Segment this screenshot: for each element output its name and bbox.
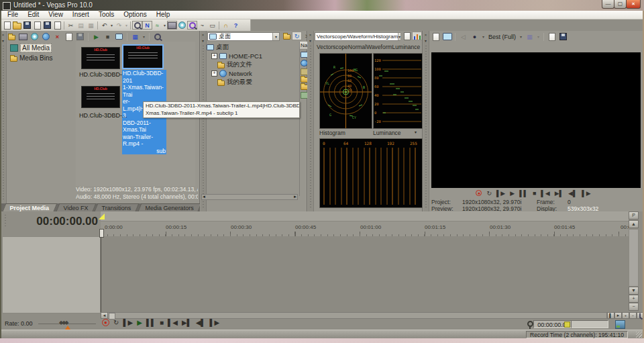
auto-preview-button[interactable] xyxy=(114,32,124,42)
minimize-button[interactable]: — xyxy=(602,0,614,9)
save-snapshot-button[interactable] xyxy=(558,32,568,42)
media-thumbnail-selected[interactable]: HD.Club xyxy=(122,44,164,69)
scope-settings-button[interactable] xyxy=(402,32,412,41)
pin-timeline-button[interactable]: P xyxy=(629,211,639,219)
tab-transitions[interactable]: Transitions xyxy=(95,203,140,211)
play-from-start-button[interactable]: ▌▶ xyxy=(123,319,133,326)
panel-expand-icon[interactable]: ▾ xyxy=(308,38,313,44)
project-video-properties-button[interactable] xyxy=(431,32,441,42)
import-media-button[interactable] xyxy=(42,21,52,30)
previous-frame-button[interactable]: ◀▌ xyxy=(196,319,206,326)
stop-button[interactable]: ■ xyxy=(533,190,536,197)
panel-close-icon[interactable]: × xyxy=(308,32,313,38)
tree-item-all-media[interactable]: All Media xyxy=(7,43,75,53)
preview-stop-button[interactable]: ■ xyxy=(103,32,113,42)
expand-plus-icon[interactable]: + xyxy=(211,70,217,77)
panel-expand-icon[interactable]: ▾ xyxy=(1,38,5,44)
edit-cursor-handle[interactable] xyxy=(99,229,104,238)
pause-button[interactable]: ▌▌ xyxy=(146,319,156,326)
overlays-dropdown[interactable]: ▾ xyxy=(536,34,541,39)
auto-ripple-dropdown[interactable]: ▾ xyxy=(162,23,167,28)
tree-item-favorites[interactable]: 我的最愛 xyxy=(207,78,298,87)
up-folder-button[interactable] xyxy=(282,32,292,41)
expand-plus-icon[interactable]: + xyxy=(211,53,217,59)
go-to-start-button[interactable]: ▌◀ xyxy=(168,319,178,326)
auto-crossfades-button[interactable]: N xyxy=(142,21,152,30)
scroll-right-button[interactable]: ► xyxy=(614,312,622,319)
timeline-time-display[interactable]: 00:00:00.00 xyxy=(9,213,98,230)
go-to-end-button[interactable]: ▶▌ xyxy=(182,319,192,326)
menu-edit[interactable]: Edit xyxy=(23,11,44,19)
zoom-out-vertical-button[interactable]: − xyxy=(629,303,639,311)
play-from-start-button[interactable]: ▌▶ xyxy=(496,190,505,197)
tab-project-media[interactable]: Project Media xyxy=(3,203,57,211)
scopes-grip[interactable]: × ▾ xyxy=(308,31,314,211)
split-screen-view-button[interactable]: ● xyxy=(470,32,480,42)
views-button[interactable]: ▦ xyxy=(130,32,140,42)
rate-slider-handle[interactable]: ◆◆◆ xyxy=(59,320,67,326)
overlays-button[interactable]: ▦ xyxy=(525,32,535,42)
next-frame-button[interactable]: ▌▶ xyxy=(582,190,590,197)
resize-grip[interactable] xyxy=(636,332,642,338)
views-dropdown[interactable]: ▾ xyxy=(142,34,146,39)
redo-dropdown[interactable]: ▾ xyxy=(124,23,129,28)
tree-item-home-pc1[interactable]: + HOME-PC1 xyxy=(207,52,298,60)
split-view-dropdown[interactable]: ▾ xyxy=(481,34,486,39)
tab-waveform[interactable]: Waveform xyxy=(366,44,392,50)
loop-playback-button[interactable]: ↻ xyxy=(113,319,119,326)
open-project-button[interactable] xyxy=(12,21,22,30)
menu-tools[interactable]: Tools xyxy=(94,11,119,19)
tree-item-my-documents[interactable]: 我的文件 xyxy=(207,60,298,69)
lock-envelopes-button[interactable] xyxy=(167,21,177,30)
tree-item-network[interactable]: + Network xyxy=(207,69,298,78)
scroll-right-icon[interactable]: ► xyxy=(293,195,297,199)
clip-label[interactable]: HD.Club-3DBD-... xyxy=(79,112,127,119)
panel-expand-icon[interactable]: ▾ xyxy=(201,38,205,44)
whats-this-help-button[interactable]: ? xyxy=(231,21,241,30)
auto-ripple-button[interactable]: ≈ xyxy=(152,21,162,30)
next-frame-button[interactable]: ▌▶ xyxy=(209,319,219,326)
event-thumbnail-icon[interactable] xyxy=(615,320,625,329)
tab-video-fx[interactable]: Video FX xyxy=(56,203,96,211)
render-as-button[interactable] xyxy=(52,21,62,30)
tree-item-media-bins[interactable]: Media Bins xyxy=(7,53,75,63)
capture-video-button[interactable] xyxy=(18,32,28,42)
ignore-grouping-button[interactable] xyxy=(177,21,187,30)
record-button[interactable]: ● xyxy=(102,319,109,326)
tree-item-desktop[interactable]: 桌面 xyxy=(207,43,298,52)
cut-button[interactable]: ✂ xyxy=(66,21,76,30)
marker-tag-icon[interactable] xyxy=(564,322,570,328)
menu-insert[interactable]: Insert xyxy=(68,11,94,19)
media-thumbnail[interactable]: HD.Club xyxy=(81,86,120,108)
clip-label[interactable]: HD.Club-3DBD-... xyxy=(79,71,127,78)
quality-dropdown[interactable]: ▾ xyxy=(519,34,523,39)
tab-media-generators[interactable]: Media Generators xyxy=(138,203,202,211)
preview-quality-select[interactable]: Best (Full) xyxy=(487,34,517,40)
menu-options[interactable]: Options xyxy=(119,11,151,19)
save-project-button[interactable] xyxy=(22,21,32,30)
project-media-grip[interactable]: × ▾ xyxy=(1,31,7,203)
menu-help[interactable]: Help xyxy=(152,11,175,19)
marker-bar[interactable] xyxy=(101,211,629,222)
timeline-track-area[interactable] xyxy=(101,236,629,312)
timeline-vscrollbar[interactable]: P ▲ ▼ + − xyxy=(629,211,639,312)
tab-normal[interactable]: Normal xyxy=(348,44,366,50)
panel-close-icon[interactable]: × xyxy=(1,32,5,38)
record-button[interactable]: ● xyxy=(476,190,482,196)
split-screen-audio-button[interactable]: ◁ xyxy=(458,32,468,42)
normal-edit-tool-button[interactable] xyxy=(187,21,197,30)
previous-frame-button[interactable]: ◀▌ xyxy=(568,190,577,197)
play-button[interactable]: ▶ xyxy=(137,319,142,326)
combo-dropdown-icon[interactable]: ▾ xyxy=(398,33,400,40)
track-list-area[interactable] xyxy=(2,236,101,313)
scroll-up-button[interactable]: ▲ xyxy=(629,220,639,228)
histogram-mode-select[interactable]: Luminance xyxy=(373,130,401,136)
extract-audio-button[interactable] xyxy=(30,32,40,42)
combo-dropdown-icon[interactable]: ▾ xyxy=(272,33,279,40)
import-media-button[interactable] xyxy=(7,32,17,42)
new-project-button[interactable] xyxy=(2,21,12,30)
explorer-address-combo[interactable]: 桌面 ▾ xyxy=(207,32,280,41)
stop-button[interactable]: ■ xyxy=(160,319,164,326)
menu-view[interactable]: View xyxy=(44,11,68,19)
panel-close-icon[interactable]: × xyxy=(423,32,428,38)
